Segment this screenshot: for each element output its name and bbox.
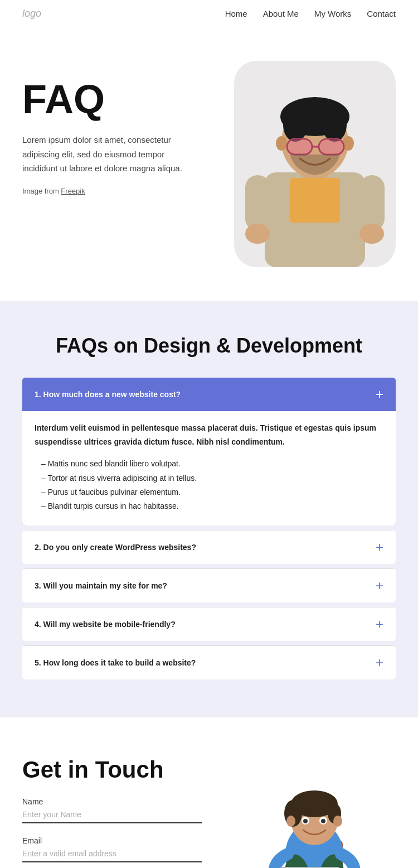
- nav-links: Home About Me My Works Contact: [225, 9, 396, 18]
- faq-section: FAQs on Design & Development 1. How much…: [0, 301, 418, 717]
- nav-works[interactable]: My Works: [314, 9, 351, 18]
- svg-rect-15: [359, 175, 385, 231]
- svg-point-46: [333, 816, 342, 827]
- faq-answer-list-1: Mattis nunc sed blandit libero volutpat.…: [35, 457, 383, 513]
- faq-item-5-header[interactable]: 5. How long does it take to build a webs…: [22, 646, 396, 679]
- contact-form-area: Get in Touch Name Email SUBMIT Image fro…: [22, 756, 202, 868]
- contact-title: Get in Touch: [22, 756, 202, 783]
- faq-question-4: 4. Will my website be mobile-friendly?: [35, 620, 176, 629]
- faq-question-2: 2. Do you only create WordPress websites…: [35, 543, 196, 552]
- svg-point-5: [283, 108, 308, 142]
- contact-email-input[interactable]: [22, 846, 202, 862]
- faq-question-3: 3. Will you maintain my site for me?: [35, 581, 167, 590]
- svg-point-6: [322, 108, 347, 142]
- faq-item-4-header[interactable]: 4. Will my website be mobile-friendly? +: [22, 607, 396, 641]
- svg-rect-1: [290, 178, 340, 223]
- faq-item-3-header[interactable]: 3. Will you maintain my site for me? +: [22, 569, 396, 602]
- faq-plus-icon-4: +: [376, 618, 383, 631]
- svg-rect-12: [288, 140, 311, 153]
- faq-answer-bold-1: Interdum velit euismod in pellentesque m…: [35, 421, 383, 449]
- svg-rect-14: [245, 175, 270, 231]
- nav-about[interactable]: About Me: [263, 9, 299, 18]
- contact-person-wrap: [237, 768, 382, 868]
- contact-illustration: [224, 756, 396, 868]
- svg-point-44: [321, 819, 325, 823]
- svg-rect-13: [320, 140, 343, 153]
- faq-list-item: Mattis nunc sed blandit libero volutpat.: [35, 457, 383, 471]
- svg-point-43: [303, 819, 308, 823]
- svg-point-7: [276, 136, 287, 151]
- navbar: logo Home About Me My Works Contact: [0, 0, 418, 27]
- faq-list-item: Tortor at risus viverra adipiscing at in…: [35, 471, 383, 485]
- faq-question-5: 5. How long does it take to build a webs…: [35, 658, 196, 667]
- faq-item-2: 2. Do you only create WordPress websites…: [22, 530, 396, 564]
- faq-item-1: 1. How much does a new website cost? + I…: [22, 378, 396, 525]
- faq-plus-icon-3: +: [376, 579, 383, 592]
- faq-list: 1. How much does a new website cost? + I…: [22, 378, 396, 679]
- faq-item-5: 5. How long does it take to build a webs…: [22, 645, 396, 679]
- faq-item-3: 3. Will you maintain my site for me? +: [22, 568, 396, 602]
- hero-person-illustration: [234, 61, 396, 267]
- hero-image-box: [234, 61, 396, 267]
- nav-contact[interactable]: Contact: [367, 9, 396, 18]
- faq-plus-icon-5: +: [376, 656, 383, 669]
- svg-point-45: [286, 816, 295, 827]
- hero-image-credit: Image from Freepik: [22, 187, 209, 195]
- hero-freepik-link[interactable]: Freepik: [61, 187, 85, 195]
- hero-section: FAQ Lorem ipsum dolor sit amet, consecte…: [0, 27, 418, 267]
- svg-point-17: [359, 224, 384, 244]
- faq-question-1: 1. How much does a new website cost?: [35, 390, 181, 399]
- nav-home[interactable]: Home: [225, 9, 247, 18]
- faq-item-2-header[interactable]: 2. Do you only create WordPress websites…: [22, 531, 396, 564]
- faq-item-4: 4. Will my website be mobile-friendly? +: [22, 607, 396, 641]
- contact-email-label: Email: [22, 836, 42, 845]
- hero-image-wrap: [231, 61, 396, 267]
- contact-name-input[interactable]: [22, 807, 202, 823]
- contact-person-svg: [237, 768, 382, 868]
- svg-point-16: [245, 224, 270, 244]
- faq-section-title: FAQs on Design & Development: [0, 334, 418, 358]
- contact-name-label: Name: [22, 797, 43, 806]
- hero-description: Lorem ipsum dolor sit amet, consectetur …: [22, 133, 189, 176]
- hero-title: FAQ: [22, 78, 209, 122]
- faq-list-item: Blandit turpis cursus in hac habitasse.: [35, 499, 383, 513]
- logo: logo: [22, 8, 41, 20]
- faq-item-1-header[interactable]: 1. How much does a new website cost? +: [22, 378, 396, 411]
- faq-answer-1: Interdum velit euismod in pellentesque m…: [22, 411, 396, 525]
- hero-text: FAQ Lorem ipsum dolor sit amet, consecte…: [22, 61, 209, 195]
- faq-plus-icon-2: +: [376, 541, 383, 554]
- faq-list-item: Purus ut faucibus pulvinar elementum.: [35, 485, 383, 499]
- faq-plus-icon-1: +: [376, 388, 383, 401]
- contact-section: Get in Touch Name Email SUBMIT Image fro…: [0, 717, 418, 868]
